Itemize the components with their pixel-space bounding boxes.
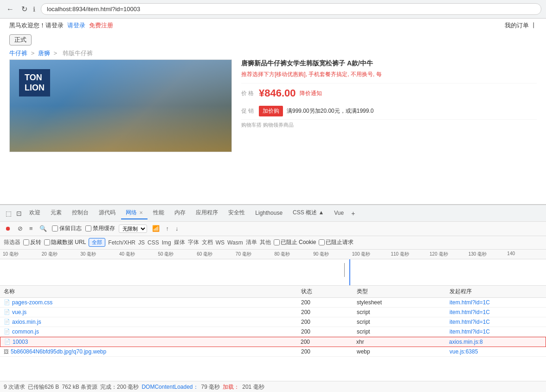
initiator-webp[interactable]: vue.js:6385 [450, 348, 542, 355]
tab-network-close[interactable]: ✕ [139, 210, 143, 215]
breadcrumb-cat2[interactable]: 唐狮 [38, 50, 50, 57]
stop-btn[interactable]: ⊘ [16, 225, 24, 232]
disable-cache-input[interactable] [85, 225, 91, 231]
tab-performance[interactable]: 性能 [148, 207, 169, 219]
wifi-btn[interactable]: 📶 [151, 225, 161, 232]
block-cookie-checkbox[interactable]: 已阻止 Cookie [274, 238, 316, 246]
tick-100: 100 毫秒 [352, 251, 391, 257]
initiator-pages-zoom[interactable]: item.html?id=1C [450, 299, 542, 306]
tab-vue[interactable]: Vue [329, 208, 348, 219]
status-pages-zoom: 200 [301, 299, 357, 306]
address-bar[interactable] [41, 3, 541, 15]
tab-console[interactable]: 控制台 [67, 207, 93, 219]
price-notice[interactable]: 降价通知 [300, 90, 322, 97]
zhengshi-button[interactable]: 正式 [9, 34, 32, 45]
filter-wasm[interactable]: Wasm [227, 239, 243, 246]
filter-manifest[interactable]: 清单 [246, 238, 257, 246]
table-row-10003[interactable]: 📄 10003 200 xhr axios.min.js:8 [0, 337, 546, 347]
tab-network[interactable]: 网络 ✕ [121, 207, 148, 219]
file-name-common[interactable]: 📄 common.js [4, 328, 301, 335]
tab-lighthouse[interactable]: Lighthouse [251, 208, 287, 219]
tick-110: 110 毫秒 [391, 251, 430, 257]
network-table[interactable]: 📄 pages-zoom.css 200 stylesheet item.htm… [0, 298, 546, 381]
filter-css[interactable]: CSS [148, 239, 159, 246]
tick-90: 90 毫秒 [313, 251, 352, 257]
upload-btn[interactable]: ↑ [165, 225, 171, 232]
refresh-button[interactable]: ↻ [19, 4, 29, 14]
table-row[interactable]: 📄 axios.min.js 200 script item.html?id=1… [0, 317, 546, 327]
filter-js[interactable]: JS [138, 239, 145, 246]
filter-all-btn[interactable]: 全部 [89, 238, 105, 247]
table-header: 名称 状态 类型 发起程序 [0, 286, 546, 298]
tab-security[interactable]: 安全性 [224, 207, 250, 219]
filter-img[interactable]: Img [162, 239, 171, 246]
filter-doc[interactable]: 文档 [202, 238, 213, 246]
tab-sources[interactable]: 源代码 [94, 207, 120, 219]
device-toolbar-btn[interactable]: ⊡ [14, 209, 24, 218]
filter-font[interactable]: 字体 [188, 238, 199, 246]
inspect-element-btn[interactable]: ⬚ [4, 209, 13, 218]
register-link[interactable]: 免费注册 [89, 21, 113, 30]
breadcrumb: 牛仔裤 > 唐狮 > 韩版牛仔裤 [0, 47, 546, 59]
sep-text: 丨 [531, 22, 537, 29]
table-row[interactable]: 🖼 5b860864N6bfd95db.jpg!q70.jpg.webp 200… [0, 347, 546, 357]
tab-elements[interactable]: 元素 [46, 207, 66, 219]
jiajia-button[interactable]: 加价购 [259, 106, 283, 116]
status-axios: 200 [301, 319, 357, 325]
hide-data-checkbox[interactable]: 隐藏数据 URL [44, 238, 86, 246]
status-webp: 200 [301, 348, 357, 355]
add-tab-btn[interactable]: + [349, 209, 357, 218]
col-type: 类型 [357, 288, 450, 296]
throttle-select[interactable]: 无限制 [119, 225, 147, 233]
tab-css-overview[interactable]: CSS 概述 ▲ [288, 207, 328, 219]
file-name-webp[interactable]: 🖼 5b860864N6bfd95db.jpg!q70.jpg.webp [4, 348, 301, 355]
product-section: TON LION 唐狮新品牛仔裤女学生韩版宽松裤子 A款/中牛 推荐选择下方[移… [0, 59, 546, 152]
record-btn[interactable]: ⏺ [4, 225, 13, 232]
tab-welcome[interactable]: 欢迎 [25, 207, 45, 219]
filter-other[interactable]: 其他 [260, 238, 271, 246]
timeline-area[interactable] [0, 259, 546, 286]
download-btn[interactable]: ↓ [174, 225, 180, 232]
initiator-common[interactable]: item.html?id=1C [450, 328, 542, 335]
filter-fetch-xhr[interactable]: Fetch/XHR [108, 239, 135, 246]
breadcrumb-cat1[interactable]: 牛仔裤 [9, 50, 27, 57]
browser-chrome: ← ↻ ℹ [0, 0, 546, 19]
promo-label: 促 销 [241, 107, 255, 115]
search-btn[interactable]: 🔍 [38, 225, 48, 232]
tab-memory[interactable]: 内存 [170, 207, 190, 219]
initiator-10003[interactable]: axios.min.js:8 [449, 339, 542, 345]
tab-application[interactable]: 应用程序 [191, 207, 223, 219]
login-link[interactable]: 请登录 [67, 21, 85, 30]
preserve-log-input[interactable] [52, 225, 58, 231]
tick-30: 30 毫秒 [80, 251, 119, 257]
file-icon-pages-zoom: 📄 [4, 299, 10, 305]
disable-cache-checkbox[interactable]: 禁用缓存 [85, 225, 115, 232]
block-cookie-input[interactable] [274, 239, 280, 245]
filter-ws[interactable]: WS [216, 239, 225, 246]
table-row[interactable]: 📄 vue.js 200 script item.html?id=1C [0, 308, 546, 317]
timeline-line [349, 259, 350, 285]
table-row[interactable]: 📄 common.js 200 script item.html?id=1C [0, 327, 546, 337]
filter-media[interactable]: 媒体 [174, 238, 185, 246]
clear-btn[interactable]: ≡ [28, 225, 34, 232]
file-name-10003[interactable]: 📄 10003 [4, 339, 301, 345]
preserve-log-checkbox[interactable]: 保留日志 [52, 225, 82, 232]
block-request-checkbox[interactable]: 已阻止请求 [319, 238, 353, 246]
price-section: 价 格 ¥846.00 降价通知 [241, 83, 537, 103]
file-name-axios[interactable]: 📄 axios.min.js [4, 319, 301, 325]
file-name-vuejs[interactable]: 📄 vue.js [4, 309, 301, 315]
network-controls: ⏺ ⊘ ≡ 🔍 保留日志 禁用缓存 无限制 📶 ↑ ↓ [0, 222, 546, 236]
back-button[interactable]: ← [5, 4, 16, 14]
loaded-label: 加载： [223, 383, 239, 391]
initiator-axios[interactable]: item.html?id=1C [450, 319, 542, 325]
invert-input[interactable] [23, 239, 29, 245]
invert-checkbox[interactable]: 反转 [23, 238, 41, 246]
tick-40: 40 毫秒 [119, 251, 158, 257]
table-row[interactable]: 📄 pages-zoom.css 200 stylesheet item.htm… [0, 298, 546, 308]
hide-data-input[interactable] [44, 239, 50, 245]
file-name-pages-zoom[interactable]: 📄 pages-zoom.css [4, 299, 301, 306]
block-request-input[interactable] [319, 239, 325, 245]
initiator-vuejs[interactable]: item.html?id=1C [450, 309, 542, 315]
product-info: 唐狮新品牛仔裤女学生韩版宽松裤子 A款/中牛 推荐选择下方[移动优惠购], 手机… [241, 59, 537, 152]
requests-count: 9 次请求 [4, 383, 25, 391]
